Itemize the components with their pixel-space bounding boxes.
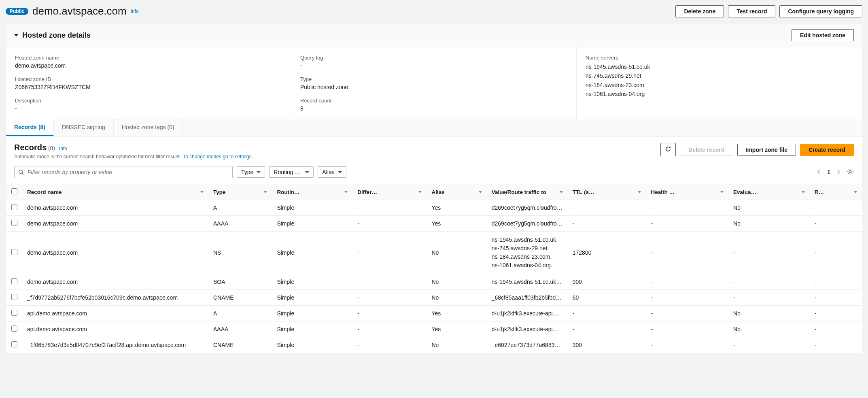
edit-hosted-zone-button[interactable]: Edit hosted zone — [792, 29, 854, 41]
record-name: api.demo.avtspace.com — [27, 310, 87, 317]
record-ttl: 172800 — [573, 249, 592, 256]
page-number: 1 — [827, 169, 830, 175]
record-value: d-u1jk2klfk3.execute-api.eu-… — [492, 326, 568, 332]
table-row[interactable]: _1f065783e7d3e5d04707e9ef27acff28.api.de… — [6, 337, 862, 353]
record-r: - — [815, 204, 817, 211]
routing-policy-filter-dropdown[interactable]: Routing pol… — [269, 166, 314, 178]
tab-dnssec[interactable]: DNSSEC signing — [54, 119, 114, 136]
tab-records[interactable]: Records (8) — [6, 119, 54, 136]
configure-query-logging-button[interactable]: Configure query logging — [779, 5, 862, 17]
records-info-link[interactable]: Info — [59, 146, 67, 151]
type-label: Type — [300, 76, 567, 82]
col-r[interactable]: R… — [815, 189, 824, 195]
row-checkbox[interactable] — [11, 326, 17, 332]
table-row[interactable]: _f7d9772ab5276f7bcfe52b03016c709c.demo.a… — [6, 290, 862, 306]
zone-info-link[interactable]: Info — [131, 9, 139, 14]
row-checkbox[interactable] — [11, 294, 17, 300]
record-value: d269coet7yg5qm.cloudfront… — [492, 204, 567, 211]
delete-zone-button[interactable]: Delete zone — [675, 5, 724, 17]
record-value: d269coet7yg5qm.cloudfront… — [492, 220, 567, 227]
record-ttl: - — [573, 310, 575, 317]
record-routing: Simple — [277, 310, 294, 317]
record-routing: Simple — [277, 204, 294, 211]
record-r: - — [815, 342, 817, 348]
col-differ[interactable]: Differ… — [357, 189, 377, 195]
delete-record-button[interactable]: Delete record — [680, 144, 733, 156]
col-record-name[interactable]: Record name — [27, 189, 62, 195]
query-log-label: Query log — [300, 55, 567, 61]
sort-icon — [418, 191, 422, 193]
col-evalua[interactable]: Evalua… — [733, 189, 756, 195]
sort-icon — [560, 191, 563, 193]
table-row[interactable]: demo.avtspace.comSOASimple-Nons-1945.aws… — [6, 274, 862, 290]
record-r: - — [815, 220, 817, 227]
change-modes-link[interactable]: To change modes go to settings. — [183, 154, 253, 160]
refresh-icon — [665, 146, 671, 152]
record-evalua: No — [733, 204, 741, 211]
search-icon — [18, 169, 24, 175]
col-routing[interactable]: Routin… — [277, 189, 299, 195]
row-checkbox[interactable] — [11, 204, 17, 210]
record-routing: Simple — [277, 279, 294, 285]
record-name: demo.avtspace.com — [27, 249, 78, 256]
table-row[interactable]: demo.avtspace.comAAAASimple-Yesd269coet7… — [6, 216, 862, 232]
type-filter-dropdown[interactable]: Type — [237, 166, 265, 178]
create-record-button[interactable]: Create record — [800, 144, 854, 156]
record-differ: - — [357, 279, 359, 285]
row-checkbox[interactable] — [11, 220, 17, 226]
filter-records-input[interactable] — [14, 166, 233, 178]
row-checkbox[interactable] — [11, 278, 17, 284]
records-subtext: Automatic mode is the current search beh… — [14, 154, 253, 160]
record-alias: Yes — [431, 326, 441, 332]
record-ttl: - — [573, 326, 575, 332]
prev-page-button[interactable] — [817, 169, 821, 176]
select-all-checkbox[interactable] — [11, 188, 17, 194]
record-alias: No — [431, 342, 439, 348]
record-value: ns-1945.awsdns-51.co.uk.ns-745.awsdns-29… — [492, 236, 563, 270]
table-row[interactable]: api.demo.avtspace.comASimple-Yesd-u1jk2k… — [6, 306, 862, 321]
record-r: - — [815, 326, 817, 332]
hosted-zone-name-value: demo.avtspace.com — [15, 62, 282, 69]
chevron-down-icon — [338, 171, 342, 173]
record-evalua: No — [733, 220, 741, 227]
record-alias: No — [431, 249, 439, 256]
sort-icon — [200, 191, 204, 193]
record-health: - — [651, 342, 653, 348]
record-health: - — [651, 326, 653, 332]
record-ttl: - — [573, 220, 575, 227]
record-health: - — [651, 279, 653, 285]
row-checkbox[interactable] — [11, 341, 17, 347]
record-name: api.demo.avtspace.com — [27, 326, 87, 332]
col-alias[interactable]: Alias — [431, 189, 444, 195]
tab-tags[interactable]: Hosted zone tags (0) — [114, 119, 183, 136]
sort-icon — [720, 191, 724, 193]
record-alias: Yes — [431, 310, 441, 317]
zone-name-title: demo.avtspace.com — [32, 5, 127, 17]
next-page-button[interactable] — [836, 169, 841, 176]
col-type[interactable]: Type — [213, 189, 226, 195]
records-table: Record name Type Routin… Differ… Alias V… — [6, 184, 862, 353]
refresh-button[interactable] — [660, 143, 676, 156]
row-checkbox[interactable] — [11, 249, 17, 255]
chevron-down-icon — [257, 171, 261, 173]
row-checkbox[interactable] — [11, 310, 17, 316]
table-row[interactable]: demo.avtspace.comASimple-Yesd269coet7yg5… — [6, 200, 862, 216]
table-row[interactable]: demo.avtspace.comNSSimple-Nons-1945.awsd… — [6, 232, 862, 274]
col-health[interactable]: Health … — [651, 189, 675, 195]
chevron-down-icon — [305, 171, 309, 173]
test-record-button[interactable]: Test record — [728, 5, 775, 17]
import-zone-file-button[interactable]: Import zone file — [737, 144, 796, 156]
alias-filter-dropdown[interactable]: Alias — [318, 166, 346, 178]
record-r: - — [815, 249, 817, 256]
details-toggle[interactable]: Hosted zone details — [14, 31, 91, 40]
table-settings-button[interactable] — [847, 168, 854, 177]
record-name: demo.avtspace.com — [27, 220, 78, 227]
col-value[interactable]: Value/Route traffic to — [492, 189, 546, 195]
record-health: - — [651, 310, 653, 317]
hosted-zone-details-panel: Hosted zone details Edit hosted zone Hos… — [6, 23, 862, 353]
record-evalua: - — [733, 249, 735, 256]
col-ttl[interactable]: TTL (s… — [573, 189, 594, 195]
record-alias: Yes — [431, 220, 441, 227]
record-type: NS — [213, 249, 221, 256]
table-row[interactable]: api.demo.avtspace.comAAAASimple-Yesd-u1j… — [6, 321, 862, 337]
